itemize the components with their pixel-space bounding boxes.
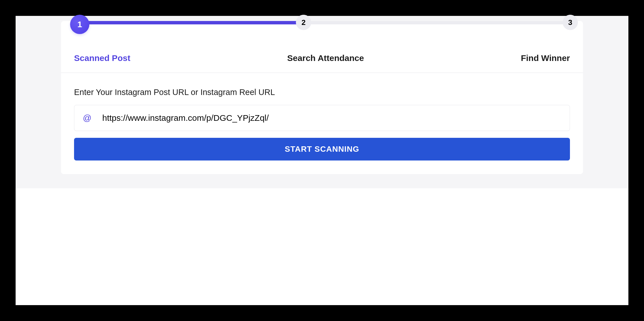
stepper: 1 2 3 bbox=[61, 21, 583, 39]
step-1-circle[interactable]: 1 bbox=[70, 15, 89, 34]
upper-section: 1 2 3 Scanned Post Search Attendance Fin… bbox=[16, 16, 628, 188]
step-2-number: 2 bbox=[302, 18, 306, 27]
url-input[interactable] bbox=[102, 113, 561, 123]
step-2-label: Search Attendance bbox=[287, 53, 364, 63]
step-1-number: 1 bbox=[77, 20, 82, 29]
lower-section bbox=[16, 188, 628, 305]
step-labels: Scanned Post Search Attendance Find Winn… bbox=[61, 39, 583, 73]
at-sign-icon: @ bbox=[83, 113, 91, 123]
progress-line-inactive bbox=[308, 21, 565, 24]
step-2-circle[interactable]: 2 bbox=[296, 15, 311, 30]
app-frame: 1 2 3 Scanned Post Search Attendance Fin… bbox=[16, 16, 628, 305]
progress-line-active bbox=[84, 21, 299, 24]
url-input-wrap[interactable]: @ bbox=[74, 105, 570, 131]
step-1-label: Scanned Post bbox=[74, 53, 130, 63]
form-instruction: Enter Your Instagram Post URL or Instagr… bbox=[74, 88, 570, 97]
step-3-number: 3 bbox=[568, 18, 572, 27]
form-area: Enter Your Instagram Post URL or Instagr… bbox=[61, 73, 583, 174]
step-3-circle[interactable]: 3 bbox=[563, 15, 578, 30]
step-3-label: Find Winner bbox=[521, 53, 570, 63]
start-scanning-button[interactable]: START SCANNING bbox=[74, 138, 570, 160]
spacer bbox=[61, 174, 583, 188]
wizard-card: 1 2 3 Scanned Post Search Attendance Fin… bbox=[61, 21, 583, 174]
